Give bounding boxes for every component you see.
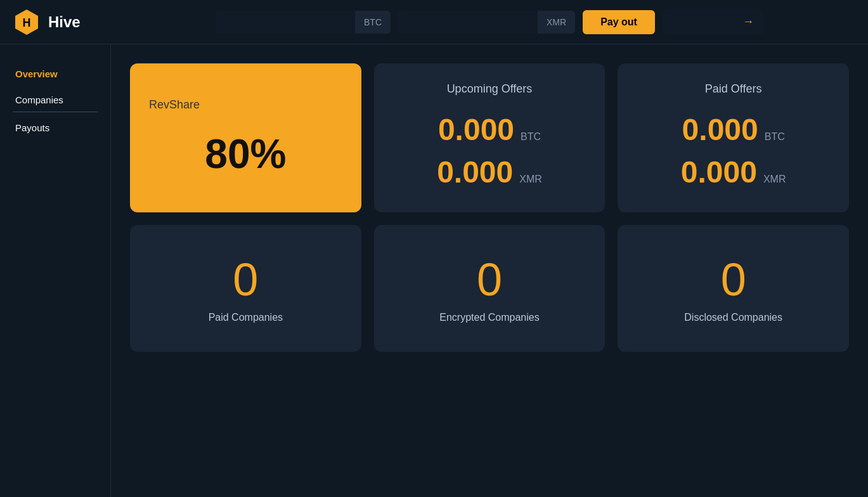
- encrypted-companies-count: 0: [477, 254, 502, 306]
- encrypted-companies-card: 0 Encrypted Companies: [374, 225, 606, 352]
- logo-area: H Hive: [13, 8, 114, 36]
- paid-xmr-label: XMR: [763, 174, 786, 185]
- payout-button[interactable]: Pay out: [583, 10, 655, 34]
- logout-icon[interactable]: →: [742, 15, 754, 29]
- paid-companies-count: 0: [233, 254, 258, 306]
- sidebar-item-payouts[interactable]: Payouts: [13, 117, 98, 138]
- disclosed-companies-label: Disclosed Companies: [684, 312, 782, 323]
- disclosed-companies-card: 0 Disclosed Companies: [618, 225, 849, 352]
- svg-text:H: H: [23, 16, 31, 29]
- layout: Overview Companies Payouts RevShare 80% …: [0, 44, 868, 497]
- user-area: →: [663, 9, 764, 35]
- upcoming-btc-label: BTC: [521, 131, 541, 143]
- main-content: RevShare 80% Upcoming Offers 0.000 BTC 0…: [111, 44, 868, 497]
- app-title: Hive: [48, 13, 81, 31]
- btc-balance-group: BTC: [216, 11, 391, 34]
- xmr-balance-input[interactable]: [398, 11, 538, 34]
- btc-balance-input[interactable]: [216, 11, 355, 34]
- revshare-value: 80%: [205, 131, 286, 178]
- paid-companies-card: 0 Paid Companies: [130, 225, 361, 352]
- xmr-balance-group: XMR: [398, 11, 575, 34]
- upcoming-btc-row: 0.000 BTC: [438, 112, 541, 147]
- upcoming-xmr-row: 0.000 XMR: [437, 155, 542, 190]
- upcoming-btc-value: 0.000: [438, 112, 514, 147]
- upcoming-offers-title: Upcoming Offers: [447, 82, 533, 96]
- sidebar-item-companies[interactable]: Companies: [13, 89, 98, 112]
- sidebar-item-overview[interactable]: Overview: [13, 63, 98, 84]
- cards-grid: RevShare 80% Upcoming Offers 0.000 BTC 0…: [130, 63, 849, 352]
- header-fields: BTC XMR Pay out →: [124, 9, 855, 35]
- paid-offers-title: Paid Offers: [705, 82, 762, 96]
- revshare-card: RevShare 80%: [130, 63, 361, 212]
- upcoming-offers-card: Upcoming Offers 0.000 BTC 0.000 XMR: [374, 63, 606, 212]
- paid-btc-row: 0.000 BTC: [682, 112, 785, 147]
- paid-offers-card: Paid Offers 0.000 BTC 0.000 XMR: [618, 63, 849, 212]
- paid-btc-label: BTC: [765, 131, 785, 143]
- sidebar: Overview Companies Payouts: [0, 44, 111, 497]
- paid-companies-label: Paid Companies: [209, 312, 283, 323]
- paid-btc-value: 0.000: [682, 112, 758, 147]
- paid-xmr-row: 0.000 XMR: [681, 155, 786, 190]
- disclosed-companies-count: 0: [721, 254, 746, 306]
- header: H Hive BTC XMR Pay out →: [0, 0, 868, 44]
- upcoming-xmr-value: 0.000: [437, 155, 513, 190]
- btc-label: BTC: [355, 11, 391, 34]
- revshare-title: RevShare: [149, 98, 200, 112]
- encrypted-companies-label: Encrypted Companies: [439, 312, 539, 323]
- paid-xmr-value: 0.000: [681, 155, 757, 190]
- user-input[interactable]: [673, 17, 736, 27]
- logo-icon: H: [13, 8, 41, 36]
- xmr-label: XMR: [538, 11, 575, 34]
- upcoming-xmr-label: XMR: [519, 174, 542, 185]
